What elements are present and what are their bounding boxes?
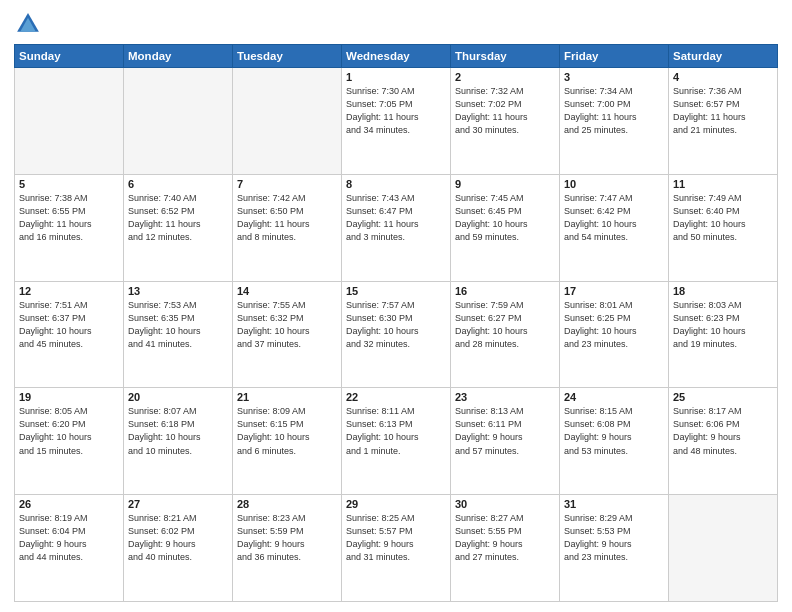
weekday-thursday: Thursday — [451, 45, 560, 68]
day-cell: 29Sunrise: 8:25 AM Sunset: 5:57 PM Dayli… — [342, 495, 451, 602]
day-info: Sunrise: 7:57 AM Sunset: 6:30 PM Dayligh… — [346, 299, 446, 351]
day-info: Sunrise: 8:03 AM Sunset: 6:23 PM Dayligh… — [673, 299, 773, 351]
day-cell: 7Sunrise: 7:42 AM Sunset: 6:50 PM Daylig… — [233, 174, 342, 281]
day-number: 28 — [237, 498, 337, 510]
weekday-header-row: SundayMondayTuesdayWednesdayThursdayFrid… — [15, 45, 778, 68]
day-cell: 22Sunrise: 8:11 AM Sunset: 6:13 PM Dayli… — [342, 388, 451, 495]
day-cell: 27Sunrise: 8:21 AM Sunset: 6:02 PM Dayli… — [124, 495, 233, 602]
day-cell: 16Sunrise: 7:59 AM Sunset: 6:27 PM Dayli… — [451, 281, 560, 388]
calendar-table: SundayMondayTuesdayWednesdayThursdayFrid… — [14, 44, 778, 602]
week-row-2: 5Sunrise: 7:38 AM Sunset: 6:55 PM Daylig… — [15, 174, 778, 281]
weekday-saturday: Saturday — [669, 45, 778, 68]
day-info: Sunrise: 7:36 AM Sunset: 6:57 PM Dayligh… — [673, 85, 773, 137]
day-number: 23 — [455, 391, 555, 403]
day-number: 10 — [564, 178, 664, 190]
day-cell — [15, 68, 124, 175]
day-cell: 8Sunrise: 7:43 AM Sunset: 6:47 PM Daylig… — [342, 174, 451, 281]
day-number: 24 — [564, 391, 664, 403]
day-cell: 25Sunrise: 8:17 AM Sunset: 6:06 PM Dayli… — [669, 388, 778, 495]
weekday-tuesday: Tuesday — [233, 45, 342, 68]
day-cell: 26Sunrise: 8:19 AM Sunset: 6:04 PM Dayli… — [15, 495, 124, 602]
day-cell: 31Sunrise: 8:29 AM Sunset: 5:53 PM Dayli… — [560, 495, 669, 602]
week-row-5: 26Sunrise: 8:19 AM Sunset: 6:04 PM Dayli… — [15, 495, 778, 602]
day-number: 2 — [455, 71, 555, 83]
day-info: Sunrise: 8:01 AM Sunset: 6:25 PM Dayligh… — [564, 299, 664, 351]
day-info: Sunrise: 8:27 AM Sunset: 5:55 PM Dayligh… — [455, 512, 555, 564]
day-info: Sunrise: 7:40 AM Sunset: 6:52 PM Dayligh… — [128, 192, 228, 244]
day-number: 27 — [128, 498, 228, 510]
day-number: 26 — [19, 498, 119, 510]
day-info: Sunrise: 7:30 AM Sunset: 7:05 PM Dayligh… — [346, 85, 446, 137]
day-info: Sunrise: 8:29 AM Sunset: 5:53 PM Dayligh… — [564, 512, 664, 564]
day-number: 19 — [19, 391, 119, 403]
day-info: Sunrise: 8:11 AM Sunset: 6:13 PM Dayligh… — [346, 405, 446, 457]
logo — [14, 10, 46, 38]
day-cell: 17Sunrise: 8:01 AM Sunset: 6:25 PM Dayli… — [560, 281, 669, 388]
week-row-3: 12Sunrise: 7:51 AM Sunset: 6:37 PM Dayli… — [15, 281, 778, 388]
day-cell: 21Sunrise: 8:09 AM Sunset: 6:15 PM Dayli… — [233, 388, 342, 495]
day-number: 7 — [237, 178, 337, 190]
day-info: Sunrise: 7:53 AM Sunset: 6:35 PM Dayligh… — [128, 299, 228, 351]
day-cell: 12Sunrise: 7:51 AM Sunset: 6:37 PM Dayli… — [15, 281, 124, 388]
day-info: Sunrise: 7:45 AM Sunset: 6:45 PM Dayligh… — [455, 192, 555, 244]
day-info: Sunrise: 7:47 AM Sunset: 6:42 PM Dayligh… — [564, 192, 664, 244]
day-cell — [669, 495, 778, 602]
day-cell: 2Sunrise: 7:32 AM Sunset: 7:02 PM Daylig… — [451, 68, 560, 175]
day-info: Sunrise: 8:07 AM Sunset: 6:18 PM Dayligh… — [128, 405, 228, 457]
logo-icon — [14, 10, 42, 38]
day-number: 25 — [673, 391, 773, 403]
day-number: 9 — [455, 178, 555, 190]
day-number: 22 — [346, 391, 446, 403]
day-info: Sunrise: 8:09 AM Sunset: 6:15 PM Dayligh… — [237, 405, 337, 457]
day-number: 21 — [237, 391, 337, 403]
day-cell: 9Sunrise: 7:45 AM Sunset: 6:45 PM Daylig… — [451, 174, 560, 281]
day-cell: 28Sunrise: 8:23 AM Sunset: 5:59 PM Dayli… — [233, 495, 342, 602]
week-row-4: 19Sunrise: 8:05 AM Sunset: 6:20 PM Dayli… — [15, 388, 778, 495]
day-number: 4 — [673, 71, 773, 83]
day-info: Sunrise: 7:38 AM Sunset: 6:55 PM Dayligh… — [19, 192, 119, 244]
day-info: Sunrise: 8:25 AM Sunset: 5:57 PM Dayligh… — [346, 512, 446, 564]
day-number: 6 — [128, 178, 228, 190]
day-cell: 6Sunrise: 7:40 AM Sunset: 6:52 PM Daylig… — [124, 174, 233, 281]
weekday-wednesday: Wednesday — [342, 45, 451, 68]
day-cell: 13Sunrise: 7:53 AM Sunset: 6:35 PM Dayli… — [124, 281, 233, 388]
day-cell: 15Sunrise: 7:57 AM Sunset: 6:30 PM Dayli… — [342, 281, 451, 388]
day-cell: 20Sunrise: 8:07 AM Sunset: 6:18 PM Dayli… — [124, 388, 233, 495]
day-info: Sunrise: 8:17 AM Sunset: 6:06 PM Dayligh… — [673, 405, 773, 457]
day-number: 1 — [346, 71, 446, 83]
day-number: 3 — [564, 71, 664, 83]
day-cell: 30Sunrise: 8:27 AM Sunset: 5:55 PM Dayli… — [451, 495, 560, 602]
weekday-sunday: Sunday — [15, 45, 124, 68]
day-cell: 11Sunrise: 7:49 AM Sunset: 6:40 PM Dayli… — [669, 174, 778, 281]
day-info: Sunrise: 7:43 AM Sunset: 6:47 PM Dayligh… — [346, 192, 446, 244]
day-number: 30 — [455, 498, 555, 510]
day-cell: 4Sunrise: 7:36 AM Sunset: 6:57 PM Daylig… — [669, 68, 778, 175]
day-cell: 24Sunrise: 8:15 AM Sunset: 6:08 PM Dayli… — [560, 388, 669, 495]
day-cell: 19Sunrise: 8:05 AM Sunset: 6:20 PM Dayli… — [15, 388, 124, 495]
day-cell: 1Sunrise: 7:30 AM Sunset: 7:05 PM Daylig… — [342, 68, 451, 175]
weekday-monday: Monday — [124, 45, 233, 68]
day-cell: 10Sunrise: 7:47 AM Sunset: 6:42 PM Dayli… — [560, 174, 669, 281]
day-number: 14 — [237, 285, 337, 297]
day-number: 15 — [346, 285, 446, 297]
day-number: 20 — [128, 391, 228, 403]
day-cell — [124, 68, 233, 175]
day-info: Sunrise: 7:59 AM Sunset: 6:27 PM Dayligh… — [455, 299, 555, 351]
day-number: 18 — [673, 285, 773, 297]
week-row-1: 1Sunrise: 7:30 AM Sunset: 7:05 PM Daylig… — [15, 68, 778, 175]
page: SundayMondayTuesdayWednesdayThursdayFrid… — [0, 0, 792, 612]
day-info: Sunrise: 7:32 AM Sunset: 7:02 PM Dayligh… — [455, 85, 555, 137]
day-number: 5 — [19, 178, 119, 190]
day-cell: 14Sunrise: 7:55 AM Sunset: 6:32 PM Dayli… — [233, 281, 342, 388]
day-info: Sunrise: 8:21 AM Sunset: 6:02 PM Dayligh… — [128, 512, 228, 564]
day-number: 31 — [564, 498, 664, 510]
day-info: Sunrise: 8:15 AM Sunset: 6:08 PM Dayligh… — [564, 405, 664, 457]
day-info: Sunrise: 8:05 AM Sunset: 6:20 PM Dayligh… — [19, 405, 119, 457]
day-cell: 18Sunrise: 8:03 AM Sunset: 6:23 PM Dayli… — [669, 281, 778, 388]
day-number: 16 — [455, 285, 555, 297]
day-info: Sunrise: 8:13 AM Sunset: 6:11 PM Dayligh… — [455, 405, 555, 457]
day-info: Sunrise: 8:19 AM Sunset: 6:04 PM Dayligh… — [19, 512, 119, 564]
day-number: 12 — [19, 285, 119, 297]
day-number: 11 — [673, 178, 773, 190]
day-info: Sunrise: 7:49 AM Sunset: 6:40 PM Dayligh… — [673, 192, 773, 244]
